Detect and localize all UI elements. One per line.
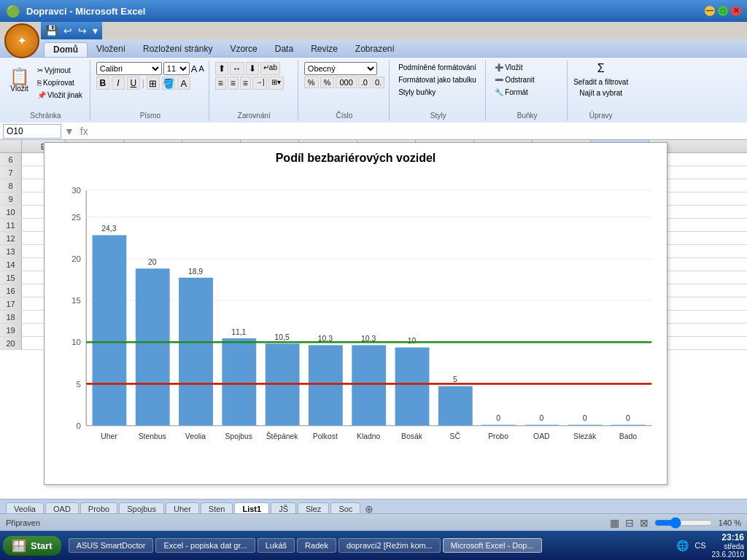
taskbar-app-excel-dop[interactable]: Microsoft Excel - Dop...	[443, 538, 542, 553]
border-btn[interactable]: ⊞	[147, 77, 160, 90]
format-as-table-btn[interactable]: Formátovat jako tabulku	[395, 74, 479, 85]
cut-button[interactable]: ✂ Vyjmout	[34, 65, 85, 76]
decrease-font-btn[interactable]: A	[198, 64, 204, 73]
cell-reference-box[interactable]: O10	[3, 124, 61, 139]
align-center-btn[interactable]: ≡	[228, 77, 239, 90]
chart[interactable]: Podíl bezbariérových vozidel 0 5 10 15 2…	[44, 142, 667, 485]
tab-vlozeni[interactable]: Vložení	[88, 42, 134, 57]
underline-button[interactable]: U	[127, 77, 140, 90]
svg-rect-43	[481, 425, 516, 426]
align-bottom-btn[interactable]: ⬇	[246, 62, 259, 75]
start-button[interactable]: 🪟 Start	[3, 536, 61, 556]
page-break-btn[interactable]: ⊠	[640, 517, 649, 529]
svg-rect-25	[222, 338, 256, 426]
taskbar-time: 23:16	[712, 532, 745, 542]
number-format-select[interactable]: Obecný	[304, 62, 377, 75]
sum-btn[interactable]: Σ	[597, 62, 605, 75]
svg-text:20: 20	[71, 254, 81, 263]
zoom-slider[interactable]	[654, 517, 713, 529]
fill-color-btn[interactable]: 🪣	[162, 77, 175, 90]
svg-text:5: 5	[77, 380, 81, 389]
percent-btn[interactable]: %	[320, 77, 335, 88]
tab-vzorce[interactable]: Vzorce	[221, 42, 266, 57]
insert-cells-btn[interactable]: ➕ Vložit	[492, 62, 525, 73]
copy-button[interactable]: ⎘ Kopírovat	[34, 77, 85, 88]
bold-button[interactable]: B	[96, 77, 109, 90]
sort-filter-btn[interactable]: Seřadit a filtrovat	[573, 78, 628, 86]
font-name-select[interactable]: Calibri	[96, 62, 162, 75]
close-button[interactable]: ✕	[731, 6, 741, 16]
window-title: Dopravci - Microsoft Excel	[26, 6, 145, 17]
tab-rozlozeni[interactable]: Rozložení stránky	[134, 42, 221, 57]
svg-text:Veolia: Veolia	[185, 432, 206, 440]
svg-text:0: 0	[496, 414, 500, 422]
ribbon-group-bunky: ➕ Vložit ➖ Odstranit 🔧 Formát Buňky	[487, 61, 568, 121]
italic-button[interactable]: I	[112, 77, 125, 90]
cell-styles-btn[interactable]: Styly buňky	[395, 87, 438, 98]
ribbon-group-pismo: Calibri 11 A A B I U | ⊞ 🪣	[92, 61, 209, 121]
find-select-btn[interactable]: Najít a vybrat	[579, 89, 622, 97]
taskbar-right: 🌐 CS 23:16 středa 23.6.2010	[676, 532, 744, 559]
svg-text:Stenbus: Stenbus	[139, 432, 166, 440]
align-left-btn[interactable]: ≡	[215, 77, 226, 90]
taskbar-app-radek[interactable]: Radek	[297, 538, 336, 553]
network-icon[interactable]: 🌐	[676, 540, 689, 551]
page-layout-btn[interactable]: ⊟	[625, 517, 634, 529]
formula-separator: fx	[80, 125, 88, 137]
save-quick-btn[interactable]: 💾	[44, 24, 59, 37]
paste-special-button[interactable]: 📌 Vložit jinak	[34, 90, 85, 101]
thousands-btn[interactable]: 000	[336, 77, 356, 88]
taskbar-app-excel-popiska[interactable]: Excel - popiska dat gr...	[155, 538, 255, 553]
currency-btn[interactable]: %	[304, 77, 319, 88]
taskbar-app-smartdoctor[interactable]: ASUS SmartDoctor	[69, 538, 154, 553]
indent-btn[interactable]: →|	[252, 77, 268, 90]
taskbar-day: středa	[712, 542, 745, 551]
title-bar: 🟢 Dopravci - Microsoft Excel — □ ✕	[0, 0, 747, 22]
taskbar-app-lukas[interactable]: Lukáš	[258, 538, 295, 553]
svg-rect-49	[568, 425, 603, 426]
delete-cells-btn[interactable]: ➖ Odstranit	[492, 74, 538, 85]
tab-revize[interactable]: Revize	[302, 42, 347, 57]
minimize-button[interactable]: —	[705, 6, 715, 16]
svg-text:Bado: Bado	[619, 432, 637, 440]
tab-data[interactable]: Data	[266, 42, 302, 57]
normal-view-btn[interactable]: ▦	[610, 517, 619, 529]
formula-input[interactable]	[94, 125, 744, 138]
ribbon-tabs: Domů Vložení Rozložení stránky Vzorce Da…	[0, 39, 747, 57]
svg-text:Spojbus: Spojbus	[225, 432, 253, 440]
conditional-format-btn[interactable]: Podmíněné formátování	[395, 62, 479, 73]
maximize-button[interactable]: □	[718, 6, 728, 16]
font-size-select[interactable]: 11	[163, 62, 190, 75]
align-middle-btn[interactable]: ↔	[230, 62, 244, 75]
merge-btn[interactable]: ⊞▾	[268, 77, 284, 90]
svg-text:10: 10	[71, 338, 81, 346]
taskbar-app-dopravci2[interactable]: dopravci2 [Režim kom...	[338, 538, 441, 553]
ribbon-group-upravy: Σ Seřadit a filtrovat Najít a vybrat Úpr…	[569, 61, 632, 121]
ribbon-group-zarovnani: ⬆ ↔ ⬇ ↵ab ≡ ≡ ≡ →| ⊞▾ Zarovnání	[211, 61, 298, 121]
align-right-btn[interactable]: ≡	[240, 77, 251, 90]
svg-text:25: 25	[71, 213, 81, 222]
align-top-btn[interactable]: ⬆	[215, 62, 228, 75]
chart-svg: 0 5 10 15 20 25 30 24,3 Uher	[44, 171, 667, 468]
text-wrap-btn[interactable]: ↵ab	[260, 62, 280, 75]
redo-quick-btn[interactable]: ↪	[77, 24, 88, 37]
paste-button[interactable]: 📋 Vložit	[6, 62, 33, 98]
svg-text:11,1: 11,1	[231, 328, 246, 336]
svg-text:Bosák: Bosák	[401, 432, 423, 440]
svg-text:0: 0	[626, 414, 630, 422]
office-button[interactable]: ✦	[4, 23, 39, 58]
tab-zobrazeni[interactable]: Zobrazení	[347, 42, 403, 57]
sheet-tabs: Veolia OAD Probo Spojbus Uher Sten List1…	[0, 499, 747, 515]
svg-text:5: 5	[453, 376, 457, 384]
format-cells-btn[interactable]: 🔧 Formát	[492, 87, 531, 98]
tab-domu[interactable]: Domů	[44, 42, 88, 57]
undo-quick-btn[interactable]: ↩	[62, 24, 74, 37]
increase-decimal-btn[interactable]: .0	[358, 77, 371, 88]
font-color-btn[interactable]: A	[177, 77, 190, 90]
more-quick-btn[interactable]: ▾	[91, 24, 99, 37]
svg-text:Polkost: Polkost	[313, 432, 338, 440]
svg-text:30: 30	[71, 186, 81, 195]
decrease-decimal-btn[interactable]: 0.	[372, 77, 384, 88]
svg-text:Probo: Probo	[488, 432, 508, 440]
increase-font-btn[interactable]: A	[191, 63, 198, 74]
